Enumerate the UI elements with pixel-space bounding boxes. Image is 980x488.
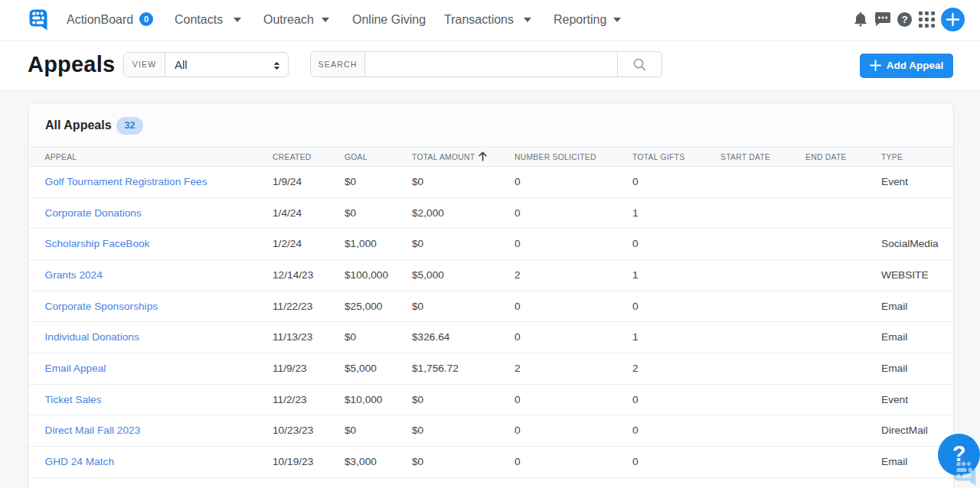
svg-text:?: ? [901, 14, 907, 25]
